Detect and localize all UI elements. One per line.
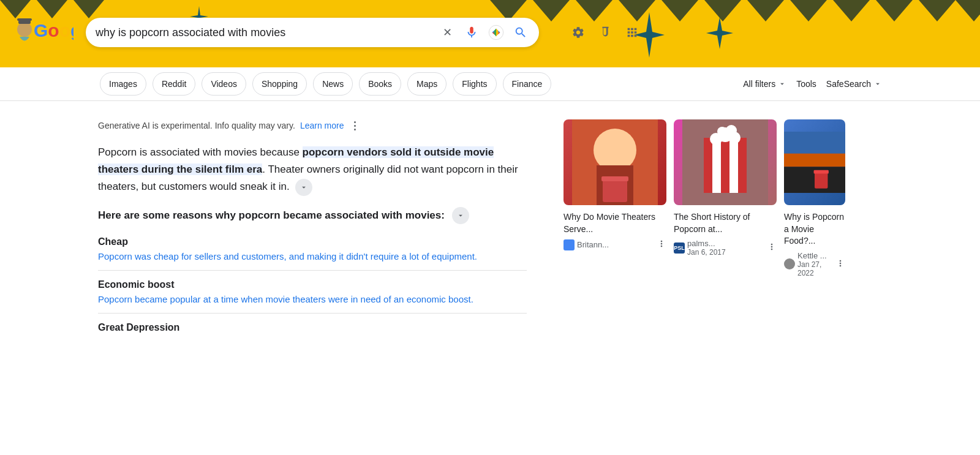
search-input[interactable]: why is popcorn associated with movies (96, 26, 439, 39)
source-icon-3 (784, 258, 795, 269)
all-filters-button[interactable]: All filters (743, 79, 786, 89)
reasons-header-text: Here are some reasons why popcorn became… (98, 209, 445, 222)
header: Google why is popcorn associated with mo… (0, 0, 980, 67)
card-title-1: Why Do Movie Theaters Serve... (564, 211, 666, 235)
tab-reddit[interactable]: Reddit (153, 72, 195, 96)
svg-point-25 (594, 129, 636, 171)
apps-button[interactable] (624, 24, 641, 41)
tab-flights[interactable]: Flights (453, 72, 496, 96)
card-meta-2: PSL palms... Jan 6, 2017 (674, 239, 777, 257)
nav-tabs: Images Reddit Videos Shopping News Books… (0, 67, 980, 101)
tab-news[interactable]: News (313, 72, 353, 96)
more-options-button[interactable] (349, 119, 361, 132)
reasons-expand-button[interactable] (452, 207, 469, 224)
more-icon-2 (767, 242, 777, 252)
expand-button[interactable] (295, 179, 312, 196)
source-name-1: Britann... (577, 240, 609, 249)
ai-notice-text: Generative AI is experimental. Info qual… (98, 121, 295, 130)
tab-finance[interactable]: Finance (503, 72, 552, 96)
ai-summary: Popcorn is associated with movies becaus… (98, 144, 527, 196)
reason-cheap-title: Cheap (98, 236, 527, 247)
source-name-2: palms... (687, 239, 726, 248)
card-image-2 (674, 119, 777, 205)
svg-point-19 (17, 22, 32, 37)
card-image-illustration-2 (674, 119, 777, 205)
lens-button[interactable] (488, 24, 505, 41)
card-more-button-1[interactable] (657, 239, 666, 250)
apps-icon (625, 26, 639, 39)
svg-rect-32 (721, 138, 729, 193)
summary-intro: Popcorn is associated with movies becaus… (98, 146, 303, 158)
card-image-illustration-1 (564, 119, 666, 205)
lens-icon (488, 24, 504, 40)
ai-notice: Generative AI is experimental. Info qual… (98, 119, 527, 132)
card-source-1: Britann... (564, 239, 609, 250)
card-title-2: The Short History of Popcorn at... (674, 211, 777, 235)
svg-rect-21 (17, 18, 32, 21)
logo-doodle: Google (12, 11, 74, 54)
tab-images[interactable]: Images (100, 72, 146, 96)
svg-point-37 (717, 127, 727, 137)
mic-icon (465, 26, 478, 39)
learn-more-link[interactable]: Learn more (300, 121, 344, 130)
svg-rect-33 (738, 138, 747, 193)
reason-item-depression: Great Depression (98, 322, 527, 333)
reason-item-cheap: Cheap Popcorn was cheap for sellers and … (98, 236, 527, 261)
svg-rect-28 (601, 176, 628, 181)
source-icon-2: PSL (674, 243, 685, 254)
google-logo[interactable]: Google (12, 11, 74, 54)
reason-cheap-desc: Popcorn was cheap for sellers and custom… (98, 251, 527, 261)
header-right-icons (551, 24, 641, 41)
more-icon-3 (835, 258, 845, 268)
tools-button[interactable]: Tools (796, 79, 816, 89)
safe-search-chevron-icon (873, 80, 882, 88)
flask-button[interactable] (597, 24, 614, 41)
chevron-down-icon (778, 80, 786, 88)
settings-button[interactable] (570, 24, 587, 41)
card-meta-1: Britann... (564, 239, 666, 250)
safe-search-button[interactable]: SafeSearch (826, 79, 882, 89)
voice-search-button[interactable] (463, 24, 480, 41)
card-image-1 (564, 119, 666, 205)
image-cards: Why Do Movie Theaters Serve... Britann..… (564, 119, 845, 277)
card-image-illustration-3 (784, 119, 845, 205)
right-panel: Why Do Movie Theaters Serve... Britann..… (564, 119, 845, 337)
search-button[interactable] (512, 24, 529, 41)
tab-maps[interactable]: Maps (407, 72, 447, 96)
svg-rect-31 (704, 138, 712, 193)
card-date-2: Jan 6, 2017 (687, 248, 726, 257)
source-name-3: Kettle ... (797, 251, 835, 260)
image-card-2[interactable]: The Short History of Popcorn at... PSL p… (674, 119, 777, 277)
tab-videos[interactable]: Videos (202, 72, 246, 96)
divider-2 (98, 313, 527, 314)
nav-right-controls: All filters Tools SafeSearch (743, 79, 882, 89)
card-title-3: Why is Popcorn a Movie Food?... (784, 211, 845, 247)
chevron-down-icon (300, 183, 308, 192)
reasons-chevron-icon (456, 211, 465, 220)
reason-economic-desc: Popcorn became popular at a time when mo… (98, 294, 527, 304)
source-icon-1 (564, 239, 575, 250)
main-content: Generative AI is experimental. Info qual… (0, 101, 980, 355)
tab-shopping[interactable]: Shopping (252, 72, 307, 96)
card-source-2: PSL palms... Jan 6, 2017 (674, 239, 726, 257)
svg-point-38 (726, 125, 737, 136)
reason-depression-title: Great Depression (98, 322, 527, 333)
search-icon (514, 26, 527, 39)
card-meta-3: Kettle ... Jan 27, 2022 (784, 251, 845, 277)
svg-rect-44 (814, 170, 829, 174)
divider-1 (98, 270, 527, 271)
svg-rect-42 (784, 154, 845, 167)
card-more-button-3[interactable] (835, 258, 845, 270)
card-date-3: Jan 27, 2022 (797, 260, 835, 277)
card-image-3 (784, 119, 845, 205)
clear-button[interactable]: ✕ (439, 24, 456, 41)
reason-economic-title: Economic boost (98, 279, 527, 290)
reason-item-economic: Economic boost Popcorn became popular at… (98, 279, 527, 304)
reasons-header: Here are some reasons why popcorn became… (98, 207, 527, 224)
card-more-button-2[interactable] (767, 242, 777, 254)
more-icon-1 (657, 239, 666, 249)
card-source-3: Kettle ... Jan 27, 2022 (784, 251, 835, 277)
tab-books[interactable]: Books (359, 72, 401, 96)
image-card-3[interactable]: Why is Popcorn a Movie Food?... Kettle .… (784, 119, 845, 277)
image-card-1[interactable]: Why Do Movie Theaters Serve... Britann..… (564, 119, 666, 277)
